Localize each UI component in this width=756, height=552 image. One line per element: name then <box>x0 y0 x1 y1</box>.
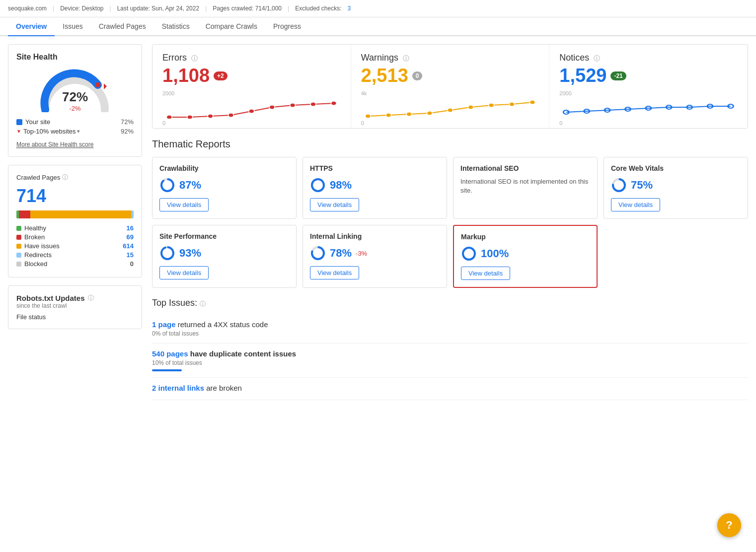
warnings-chart <box>361 96 539 119</box>
have-issues-dot <box>16 244 21 249</box>
issue-duplicate-main: 540 pages have duplicate content issues <box>152 349 748 358</box>
https-view-details-button[interactable]: View details <box>310 198 359 211</box>
top10-chevron-icon: ▾ <box>77 128 80 135</box>
issue-row-4xx: 1 page returned a 4XX status code 0% of … <box>152 314 748 344</box>
errors-y-top: 2000 <box>162 90 174 96</box>
tab-overview[interactable]: Overview <box>8 17 55 36</box>
top-bar: seoquake.com | Device: Desktop | Last up… <box>0 0 756 17</box>
warnings-y-bot: 0 <box>361 120 364 126</box>
notices-chart <box>559 96 738 119</box>
broken-label: Broken <box>24 233 45 241</box>
svg-point-4 <box>208 114 213 118</box>
site-health-title: Site Health <box>16 53 134 62</box>
errors-badge: +2 <box>214 71 227 80</box>
tab-statistics[interactable]: Statistics <box>154 17 198 36</box>
site-perf-pct: 93% <box>179 247 201 260</box>
broken-dot <box>16 235 21 240</box>
report-internal-linking-title: Internal Linking <box>310 232 440 240</box>
report-internal-linking: Internal Linking 78% -3% View details <box>302 225 447 288</box>
more-about-site-health-link[interactable]: More about Site Health score <box>16 141 93 148</box>
issue-4xx-text: returned a 4XX status code <box>178 320 268 329</box>
status-healthy: Healthy 16 <box>16 224 134 232</box>
robots-file-status: File status <box>16 313 134 321</box>
report-crawlability: Crawlability 87% View details <box>152 157 297 219</box>
issue-4xx-main: 1 page returned a 4XX status code <box>152 320 748 329</box>
thematic-reports-title: Thematic Reports <box>152 138 748 150</box>
device: Device: Desktop <box>60 5 103 12</box>
top10-label: Top-10% websites <box>23 128 76 135</box>
issue-duplicate-text: have duplicate content issues <box>190 349 296 358</box>
excluded-checks-link[interactable]: 3 <box>348 5 351 12</box>
notices-sparkline: 2000 0 <box>559 90 738 120</box>
issue-duplicate-link[interactable]: 540 pages <box>152 349 188 358</box>
healthy-dot <box>16 226 21 231</box>
cwv-pct: 75% <box>631 179 653 192</box>
robots-subtitle: since the last crawl <box>16 302 134 309</box>
pages-crawled: Pages crawled: 714/1,000 <box>213 5 282 12</box>
report-crawlability-title: Crawlability <box>159 164 289 172</box>
errors-chart <box>162 96 341 119</box>
notices-info-icon: ⓘ <box>594 55 600 62</box>
internal-linking-view-details-button[interactable]: View details <box>310 266 359 279</box>
metric-errors: Errors ⓘ 1,108 +2 2000 <box>152 45 351 128</box>
intl-seo-text: International SEO is not implemented on … <box>460 177 590 195</box>
notices-badge: -21 <box>610 71 626 80</box>
svg-point-16 <box>468 105 473 109</box>
your-site-dot <box>16 119 22 125</box>
issue-4xx-link[interactable]: 1 page <box>152 320 176 329</box>
warnings-sparkline: 4k 0 <box>361 90 539 120</box>
last-update: Last update: Sun, Apr 24, 2022 <box>117 5 199 12</box>
tab-issues[interactable]: Issues <box>55 17 90 36</box>
metrics-row: Errors ⓘ 1,108 +2 2000 <box>152 44 748 129</box>
report-markup: Markup 100% View details <box>453 225 598 288</box>
issue-duplicate-bar <box>152 369 182 371</box>
svg-point-3 <box>187 115 193 119</box>
markup-pct: 100% <box>481 247 509 260</box>
issue-duplicate-sub: 10% of total issues <box>152 359 748 366</box>
bar-have-issues <box>30 210 131 218</box>
redirects-label: Redirects <box>24 251 52 259</box>
issue-row-duplicate: 540 pages have duplicate content issues … <box>152 344 748 378</box>
svg-point-2 <box>166 115 172 119</box>
markup-view-details-button[interactable]: View details <box>461 267 510 280</box>
svg-marker-1 <box>104 83 107 89</box>
redirects-dot <box>16 253 21 258</box>
internal-linking-delta: -3% <box>356 250 367 257</box>
warnings-value: 2,513 0 <box>361 65 539 86</box>
nav-tabs: Overview Issues Crawled Pages Statistics… <box>0 17 756 36</box>
site-perf-donut-icon <box>159 245 175 261</box>
gauge-delta: -2% <box>35 105 115 112</box>
notices-number: 1,529 <box>559 65 606 86</box>
blocked-label: Blocked <box>24 260 47 268</box>
markup-circle-icon <box>461 246 477 262</box>
notices-value: 1,529 -21 <box>559 65 738 86</box>
site-health-card: Site Health 72% <box>8 44 142 157</box>
internal-linking-donut-icon <box>310 245 326 261</box>
crawled-pages-title: Crawled Pages ⓘ <box>16 173 134 182</box>
crawled-bar-stack <box>16 210 134 218</box>
gauge-wrap: 72% -2% <box>35 68 115 112</box>
tab-crawled-pages[interactable]: Crawled Pages <box>91 17 154 36</box>
cwv-view-details-button[interactable]: View details <box>611 198 660 211</box>
tab-compare-crawls[interactable]: Compare Crawls <box>198 17 265 36</box>
your-site-value: 72% <box>121 118 134 126</box>
svg-point-18 <box>509 102 515 106</box>
svg-point-11 <box>365 114 371 118</box>
svg-point-13 <box>406 112 412 116</box>
svg-point-9 <box>310 102 316 106</box>
metric-notices: Notices ⓘ 1,529 -21 2000 <box>549 45 748 128</box>
status-blocked: Blocked 0 <box>16 260 134 268</box>
blocked-dot <box>16 262 21 267</box>
issue-4xx-sub: 0% of total issues <box>152 330 748 337</box>
svg-point-39 <box>463 248 475 260</box>
svg-point-36 <box>161 247 173 259</box>
crawlability-view-details-button[interactable]: View details <box>159 198 209 211</box>
gauge-text: 72% -2% <box>35 89 115 112</box>
svg-point-10 <box>331 101 336 105</box>
tab-progress[interactable]: Progress <box>265 17 309 36</box>
issue-broken-links-link[interactable]: 2 internal links <box>152 384 204 392</box>
svg-point-15 <box>447 108 453 112</box>
report-https: HTTPS 98% View details <box>302 157 447 219</box>
site-perf-view-details-button[interactable]: View details <box>159 266 209 279</box>
warnings-info-icon: ⓘ <box>403 55 409 62</box>
